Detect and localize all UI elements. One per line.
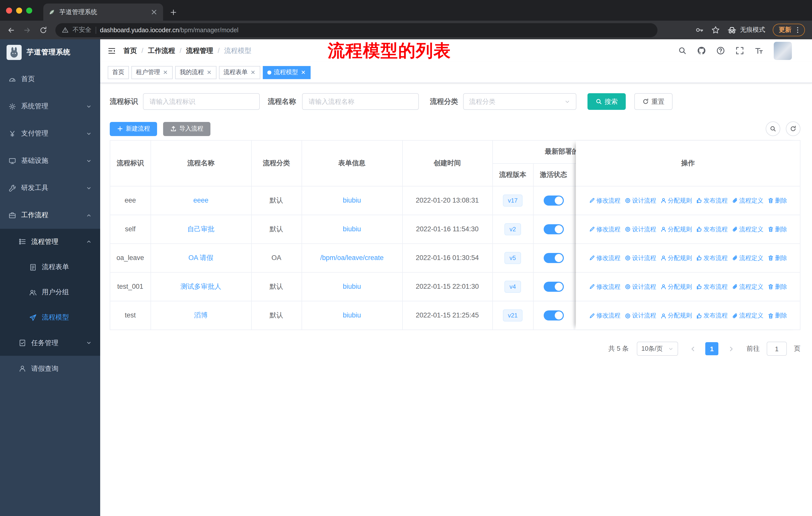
sidebar-item-process-management[interactable]: 流程管理 [0,229,100,254]
process-name-link[interactable]: eeee [193,196,208,204]
action-assign[interactable]: 分配规则 [660,282,692,291]
active-status-toggle[interactable] [544,281,563,292]
process-name-link[interactable]: 滔博 [194,311,208,319]
toggle-search-button[interactable] [766,121,780,136]
action-edit[interactable]: 修改流程 [589,225,620,234]
tag-process-form[interactable]: 流程表单 [219,66,260,79]
active-status-toggle[interactable] [544,310,563,321]
form-info-link[interactable]: biubiu [343,312,361,319]
process-id-input[interactable] [143,93,260,110]
sidebar-item-user-group[interactable]: 用户分组 [0,280,100,305]
breadcrumb-item[interactable]: 工作流程 [148,46,175,55]
sidebar-item-infrastructure[interactable]: 基础设施 [0,147,100,174]
page-number-1[interactable]: 1 [705,342,718,355]
process-name-input[interactable] [302,93,419,110]
tag-close-icon[interactable] [206,70,212,75]
action-definition[interactable]: 流程定义 [732,254,763,262]
action-edit[interactable]: 修改流程 [589,282,620,291]
reload-icon[interactable] [39,26,47,34]
action-publish[interactable]: 发布流程 [696,282,728,291]
sidebar-item-home[interactable]: 首页 [0,65,100,93]
tag-tenant-management[interactable]: 租户管理 [132,66,173,79]
action-design[interactable]: 设计流程 [625,311,656,320]
action-assign[interactable]: 分配规则 [660,311,692,320]
maximize-window-button[interactable] [26,7,32,13]
browser-update-button[interactable]: 更新 [773,24,805,36]
action-design[interactable]: 设计流程 [625,254,656,262]
forward-icon[interactable] [23,26,31,34]
action-edit[interactable]: 修改流程 [589,254,620,262]
user-avatar[interactable] [774,42,792,60]
sidebar-item-process-model[interactable]: 流程模型 [0,305,100,330]
action-delete[interactable]: 删除 [767,225,787,234]
action-design[interactable]: 设计流程 [625,282,656,291]
action-publish[interactable]: 发布流程 [696,311,728,320]
action-definition[interactable]: 流程定义 [732,225,763,234]
github-icon[interactable] [697,46,706,55]
tag-close-icon[interactable] [250,70,256,75]
create-process-button[interactable]: 新建流程 [110,122,157,136]
back-icon[interactable] [7,26,15,34]
address-bar[interactable]: 不安全 dashboard.yudao.iocoder.cn/bpm/manag… [55,23,658,37]
new-tab-button[interactable] [166,5,180,19]
tag-home[interactable]: 首页 [108,66,129,79]
prev-page-button[interactable] [687,343,698,355]
reset-button[interactable]: 重置 [634,93,672,110]
action-assign[interactable]: 分配规则 [660,225,692,234]
bookmark-star-icon[interactable] [711,26,720,34]
active-status-toggle[interactable] [544,195,563,205]
action-edit[interactable]: 修改流程 [589,311,620,320]
import-process-button[interactable]: 导入流程 [163,122,210,136]
sidebar-item-system-management[interactable]: 系统管理 [0,93,100,120]
process-name-link[interactable]: OA 请假 [188,254,213,261]
breadcrumb-item[interactable]: 流程管理 [186,46,213,55]
refresh-table-button[interactable] [786,121,801,136]
password-key-icon[interactable] [695,26,704,34]
sidebar-item-task-management[interactable]: 任务管理 [0,330,100,356]
page-size-select[interactable]: 10条/页 [637,342,678,356]
sidebar-fold-icon[interactable] [108,47,116,55]
action-design[interactable]: 设计流程 [625,225,656,234]
browser-tab[interactable]: 芋道管理系统 [43,3,163,21]
action-edit[interactable]: 修改流程 [589,196,620,205]
form-info-link[interactable]: /bpm/oa/leave/create [320,254,384,262]
sidebar-item-dev-tools[interactable]: 研发工具 [0,174,100,201]
tag-process-model[interactable]: 流程模型 [263,66,311,79]
form-info-link[interactable]: biubiu [343,225,361,233]
action-delete[interactable]: 删除 [767,254,787,262]
sidebar-item-process-form[interactable]: 流程表单 [0,254,100,280]
action-delete[interactable]: 删除 [767,311,787,320]
minimize-window-button[interactable] [16,7,22,13]
sidebar-item-leave-query[interactable]: 请假查询 [0,356,100,381]
action-assign[interactable]: 分配规则 [660,254,692,262]
active-status-toggle[interactable] [544,224,563,234]
menu-dots-icon[interactable] [794,26,802,34]
tag-my-process[interactable]: 我的流程 [175,66,216,79]
breadcrumb-item[interactable]: 首页 [123,46,137,55]
action-publish[interactable]: 发布流程 [696,225,728,234]
process-name-link[interactable]: 测试多审批人 [180,282,221,290]
action-assign[interactable]: 分配规则 [660,196,692,205]
action-definition[interactable]: 流程定义 [732,196,763,205]
sidebar-item-workflow[interactable]: 工作流程 [0,201,100,229]
action-definition[interactable]: 流程定义 [732,311,763,320]
help-icon[interactable] [716,46,725,55]
next-page-button[interactable] [725,343,736,355]
tag-close-icon[interactable] [300,70,306,75]
fullscreen-icon[interactable] [735,46,744,55]
action-publish[interactable]: 发布流程 [696,196,728,205]
form-info-link[interactable]: biubiu [343,196,361,204]
action-delete[interactable]: 删除 [767,282,787,291]
action-definition[interactable]: 流程定义 [732,282,763,291]
font-size-icon[interactable] [755,46,763,55]
action-publish[interactable]: 发布流程 [696,254,728,262]
app-logo-row[interactable]: 芋道管理系统 [0,39,100,65]
process-category-select[interactable]: 流程分类 [463,93,576,110]
active-status-toggle[interactable] [544,253,563,263]
close-window-button[interactable] [6,7,12,13]
tag-close-icon[interactable] [163,70,168,75]
goto-page-input[interactable] [767,342,787,356]
search-button[interactable]: 搜索 [587,93,626,110]
tab-close-icon[interactable] [150,8,158,16]
sidebar-item-payment-management[interactable]: 支付管理 [0,120,100,147]
